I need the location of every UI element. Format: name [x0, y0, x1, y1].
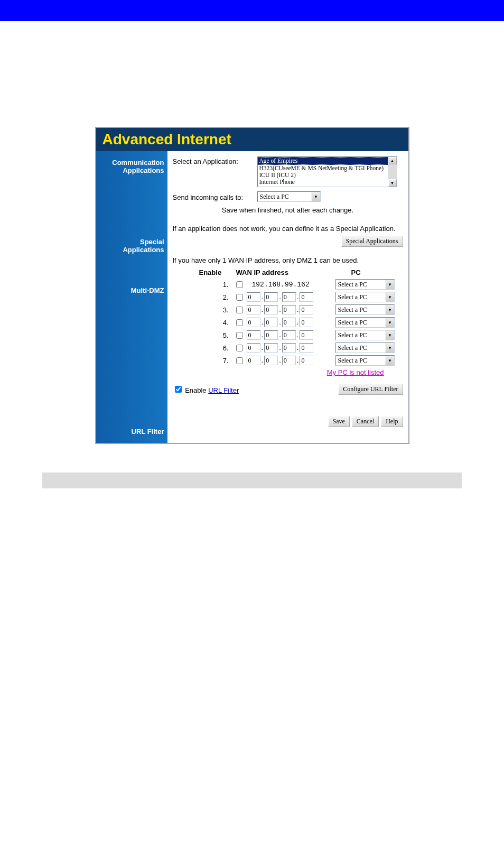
ip-octet-input[interactable]	[264, 292, 278, 302]
application-option[interactable]: ICU II (ICU 2)	[258, 172, 388, 179]
ip-octet-input[interactable]	[247, 292, 260, 302]
ip-octet-input[interactable]	[264, 305, 278, 314]
content-area: Select an Application: Age of Empires H3…	[167, 151, 408, 443]
dmz-pc-select[interactable]: Select a PC ▼	[335, 304, 395, 315]
chevron-down-icon[interactable]: ▼	[386, 292, 394, 302]
ip-octet-input[interactable]	[282, 330, 296, 340]
dmz-row: 4. . . . Select a PC ▼	[199, 317, 403, 328]
dmz-row: 1. 192.168.99.162 Select a PC ▼	[199, 279, 403, 290]
application-option-selected[interactable]: Age of Empires	[258, 157, 388, 165]
ip-octet-input[interactable]	[300, 305, 313, 314]
sidebar-multi-dmz: Multi-DMZ	[98, 286, 164, 294]
ip-octet-input[interactable]	[247, 330, 260, 340]
send-incoming-select[interactable]: Select a PC ▼	[257, 191, 321, 202]
ip-octet-input[interactable]	[282, 356, 296, 365]
dmz-static-ip: 192.168.99.162	[247, 281, 335, 289]
ip-octet-input[interactable]	[264, 343, 278, 353]
chevron-down-icon[interactable]: ▼	[386, 318, 394, 327]
sidebar-communication: Communication Applications	[98, 159, 164, 174]
ip-octet-input[interactable]	[247, 305, 260, 314]
scroll-up-icon[interactable]: ▲	[388, 157, 397, 164]
ip-octet-input[interactable]	[282, 292, 296, 302]
sidebar: Communication Applications Special Appli…	[96, 151, 167, 443]
ip-octet-input[interactable]	[282, 305, 296, 314]
my-pc-not-listed-link[interactable]: My PC is not listed	[327, 368, 384, 376]
dmz-table-header: Enable WAN IP address PC	[199, 268, 403, 276]
dmz-row: 7. . . . Select a PC ▼	[199, 355, 403, 366]
dmz-enable-checkbox[interactable]	[236, 294, 243, 301]
ip-octet-input[interactable]	[247, 318, 260, 327]
dmz-row: 6. . . . Select a PC ▼	[199, 342, 403, 354]
enable-url-filter-label: Enable	[185, 386, 208, 394]
application-option[interactable]: H323(CUseeME & MS NetMeeting & TGI Phone…	[258, 165, 388, 172]
dmz-enable-checkbox[interactable]	[236, 345, 243, 351]
ip-octet-input[interactable]	[264, 318, 278, 327]
decorative-bar	[42, 473, 462, 488]
ip-octet-input[interactable]	[300, 343, 313, 353]
chevron-down-icon[interactable]: ▼	[386, 330, 394, 340]
save-note: Save when finished, not after each chang…	[173, 206, 403, 214]
ip-octet-input[interactable]	[300, 330, 313, 340]
sidebar-url-filter: URL Filter	[98, 428, 164, 436]
dmz-row: 3. . . . Select a PC ▼	[199, 304, 403, 316]
application-listbox[interactable]: Age of Empires H323(CUseeME & MS NetMeet…	[257, 156, 397, 187]
dmz-enable-checkbox[interactable]	[236, 319, 243, 326]
ip-octet-input[interactable]	[264, 330, 278, 340]
dmz-pc-select[interactable]: Select a PC ▼	[335, 317, 395, 328]
help-button[interactable]: Help	[381, 416, 403, 427]
ip-octet-input[interactable]	[300, 356, 313, 365]
ip-octet-input[interactable]	[264, 356, 278, 365]
send-incoming-label: Send incoming calls to:	[173, 192, 257, 201]
chevron-down-icon[interactable]: ▼	[386, 305, 394, 314]
ip-octet-input[interactable]	[300, 318, 313, 327]
dmz-row: 5. . . . Select a PC ▼	[199, 329, 403, 341]
panel-title: Advanced Internet	[96, 128, 408, 151]
scroll-down-icon[interactable]: ▼	[388, 179, 397, 187]
dmz-enable-checkbox[interactable]	[236, 332, 243, 339]
dmz-enable-checkbox[interactable]	[236, 307, 243, 313]
doc-top-bar	[0, 0, 504, 21]
dmz-enable-checkbox[interactable]	[236, 357, 243, 364]
dmz-pc-select[interactable]: Select a PC ▼	[335, 342, 395, 353]
cancel-button[interactable]: Cancel	[352, 416, 379, 427]
dmz-pc-select[interactable]: Select a PC ▼	[335, 292, 395, 302]
sidebar-special: Special Applications	[98, 238, 164, 254]
chevron-down-icon[interactable]: ▼	[312, 192, 320, 201]
ip-octet-input[interactable]	[300, 292, 313, 302]
chevron-down-icon[interactable]: ▼	[386, 356, 394, 365]
dmz-row: 2. . . . Select a PC ▼	[199, 291, 403, 303]
select-application-label: Select an Application:	[173, 156, 257, 165]
settings-panel: Advanced Internet Communication Applicat…	[95, 127, 409, 444]
ip-octet-input[interactable]	[282, 318, 296, 327]
dmz-pc-select[interactable]: Select a PC ▼	[335, 330, 395, 340]
ip-octet-input[interactable]	[247, 356, 260, 365]
url-filter-link[interactable]: URL Filter	[208, 386, 239, 394]
configure-url-filter-button[interactable]: Configure URL Filter	[338, 384, 403, 395]
application-option[interactable]: Internet Phone	[258, 179, 388, 186]
dmz-enable-checkbox[interactable]	[236, 281, 243, 288]
chevron-down-icon[interactable]: ▼	[386, 280, 394, 289]
enable-url-filter-checkbox[interactable]	[175, 386, 182, 393]
dmz-pc-select[interactable]: Select a PC ▼	[335, 279, 395, 290]
chevron-down-icon[interactable]: ▼	[386, 343, 394, 353]
special-applications-button[interactable]: Special Applications	[341, 236, 403, 247]
ip-octet-input[interactable]	[247, 343, 260, 353]
ip-octet-input[interactable]	[282, 343, 296, 353]
multi-dmz-text: If you have only 1 WAN IP address, only …	[173, 256, 403, 264]
special-app-text: If an application does not work, you can…	[173, 225, 403, 233]
save-button[interactable]: Save	[328, 416, 350, 427]
listbox-scrollbar[interactable]: ▲ ▼	[388, 157, 397, 187]
dmz-pc-select[interactable]: Select a PC ▼	[335, 355, 395, 366]
